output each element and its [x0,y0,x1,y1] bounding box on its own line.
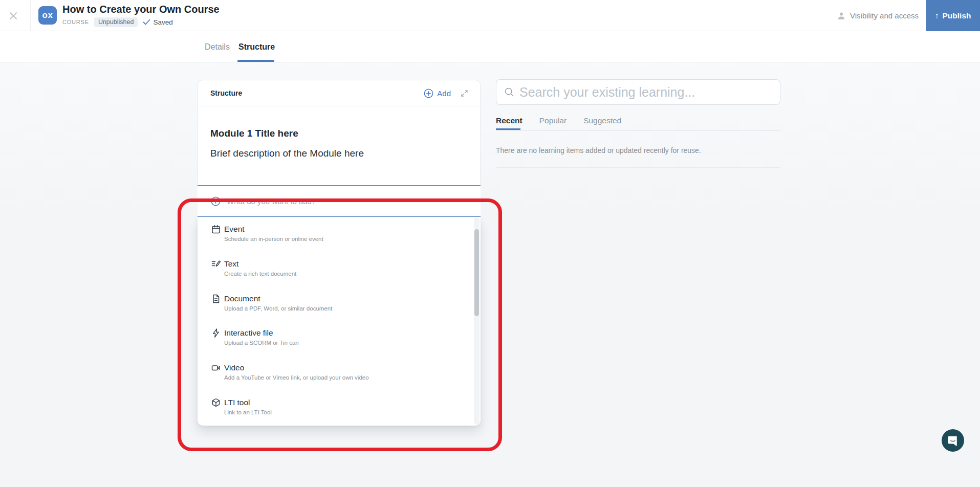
structure-panel-title: Structure [210,89,242,97]
person-icon [837,11,846,20]
plus-circle-icon [211,196,221,206]
app-logo: ox [38,6,57,25]
library-divider-bottom [496,167,780,168]
menu-item-interactive-file[interactable]: Interactive file Upload a SCORM or Tin c… [198,321,481,356]
saved-indicator: Saved [143,18,172,26]
tab-details[interactable]: Details [205,31,230,62]
library-tabs: Recent Popular Suggested [496,116,621,125]
module-description: Brief description of the Module here [210,148,468,159]
topbar-divider [30,0,31,31]
document-icon [211,294,221,304]
expand-icon[interactable] [460,89,469,98]
page: ox How to Create your Own Course COURSE … [0,0,980,487]
library-active-tab-underline [496,128,520,130]
lightning-icon [211,328,221,338]
plus-circle-icon [424,88,433,98]
active-tab-underline [237,60,274,62]
add-button[interactable]: Add [424,88,451,98]
add-label: Add [437,89,451,98]
video-icon [211,363,221,373]
main-tab-bar: Details Structure [0,31,980,62]
cube-icon [211,397,221,408]
status-badge: Unpublished [94,17,138,27]
menu-item-document[interactable]: Document Upload a PDF, Word, or similar … [198,287,481,322]
menu-item-event[interactable]: Event Schedule an in-person or online ev… [198,217,481,252]
publish-button[interactable]: ↑ Publish [926,0,980,31]
calendar-icon [211,224,221,234]
tab-structure[interactable]: Structure [238,31,275,62]
add-item-input[interactable] [227,197,442,206]
menu-item-lti-tool[interactable]: LTI tool Link to an LTI Tool [198,391,481,426]
structure-panel-header: Structure Add [198,80,480,106]
chat-widget-button[interactable] [942,429,964,452]
add-item-dropdown: Event Schedule an in-person or online ev… [198,217,481,426]
publish-label: Publish [943,11,971,20]
search-box [496,79,780,105]
menu-item-text[interactable]: Text Create a rich text document [198,252,481,287]
saved-label: Saved [153,18,172,26]
library-empty-message: There are no learning items added or upd… [496,146,701,154]
menu-item-video[interactable]: Video Add a YouTube or Vimeo link, or up… [198,356,481,391]
upload-arrow-icon: ↑ [935,11,939,20]
search-icon [504,87,514,97]
library-divider [496,130,780,131]
top-bar: ox How to Create your Own Course COURSE … [0,0,980,31]
page-title: How to Create your Own Course [62,3,220,15]
dropdown-scrollbar-thumb[interactable] [474,229,479,316]
visibility-and-access-button[interactable]: Visibility and access [837,0,919,31]
text-icon [211,259,221,269]
tab-suggested[interactable]: Suggested [583,116,621,125]
course-header: How to Create your Own Course COURSE Unp… [62,3,220,27]
visibility-label: Visibility and access [850,11,919,20]
add-item-input-row [198,185,481,217]
tab-popular[interactable]: Popular [539,116,567,125]
module-item[interactable]: Module 1 Title here Brief description of… [198,106,480,159]
chat-bubble-icon [947,435,959,446]
module-title: Module 1 Title here [210,128,468,139]
close-icon[interactable] [8,11,18,21]
search-input[interactable] [519,85,765,100]
tab-recent[interactable]: Recent [496,116,522,125]
course-type-label: COURSE [62,19,89,25]
check-icon [143,19,150,25]
